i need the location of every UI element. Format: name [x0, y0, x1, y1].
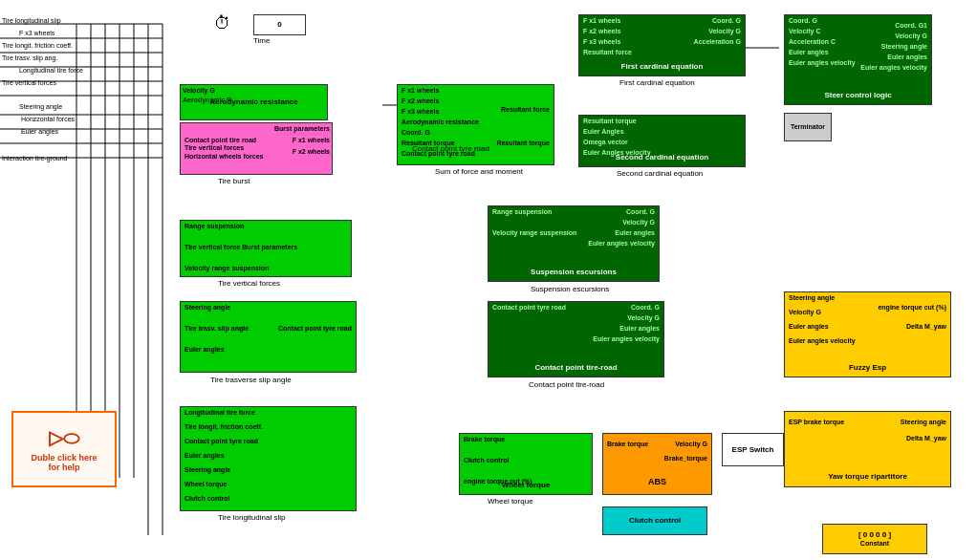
- tire-transverse-label: Tire trasverse slip angle: [210, 376, 292, 384]
- wheel-torque-label: Wheel torque: [488, 497, 533, 506]
- second-cardinal-label: Second cardinal equation: [617, 169, 703, 178]
- tire-burst-label: Tire burst: [218, 177, 250, 185]
- first-cardinal-block[interactable]: F x1 wheels F x2 wheels F x3 wheels Resu…: [578, 14, 746, 76]
- input-label-6: Tire vertical forces: [2, 79, 56, 86]
- steer-control-block[interactable]: Coord. G Velocity C Acceleration C Euler…: [784, 14, 932, 105]
- sum-force-label: Sum of force and moment: [435, 167, 523, 176]
- help-box[interactable]: ▷⬭ Duble click here for help: [11, 411, 117, 487]
- input-label-5: Longitudinal tire force: [19, 67, 83, 74]
- tire-longitudinal-label: Tire longitudinal slip: [218, 513, 285, 522]
- tire-transverse-block[interactable]: Steering angle Tire trasv. slip angle Eu…: [180, 301, 357, 373]
- input-label-1: Tire longitudinal slip: [2, 17, 61, 24]
- terminator-block[interactable]: Terminator: [784, 113, 832, 141]
- tire-vertical-label: Tire vertical forces: [218, 279, 280, 288]
- constant-block[interactable]: [ 0 0 0 0 ] Constant: [822, 524, 927, 554]
- constant-value: [ 0 0 0 0 ]: [858, 530, 891, 540]
- constant-label: Constant: [858, 540, 891, 548]
- clutch-block[interactable]: Clutch control: [602, 506, 707, 535]
- esp-brake-block[interactable]: ESP brake torque Steering angle Delta M_…: [784, 411, 951, 487]
- terminator-label: Terminator: [791, 123, 825, 131]
- input-label-4: Tire trasv. slip ang.: [2, 54, 57, 61]
- help-icon: ▷⬭: [49, 426, 79, 449]
- tire-vertical-block[interactable]: Range suspension Tire vertical force Bur…: [180, 220, 352, 277]
- input-label-3: Tire longit. friction coeff.: [2, 42, 73, 49]
- clock-icon: ⏱: [214, 13, 231, 33]
- esp-switch-label: ESP Switch: [732, 445, 774, 455]
- fuzzy-esp-block[interactable]: Steering angle Velocity G Euler angles E…: [784, 291, 951, 377]
- first-cardinal-label: First cardinal equation: [619, 78, 695, 87]
- time-value: 0: [277, 20, 281, 30]
- tire-longitudinal-block[interactable]: Longitudinal tire force Tire longit. fri…: [180, 406, 357, 511]
- time-display-block: 0: [253, 14, 306, 35]
- contact-point-label: Contact point tire-road: [529, 380, 604, 389]
- esp-switch-block[interactable]: ESP Switch: [722, 433, 784, 466]
- help-line1: Duble click here: [31, 453, 97, 463]
- input-label-10: Interaction tire-ground: [2, 155, 67, 162]
- time-label: Time: [253, 36, 270, 45]
- contact-point-block[interactable]: Contact point tyre road Coord. G Velocit…: [488, 301, 664, 377]
- suspension-block[interactable]: Range suspension Velocity range suspensi…: [488, 205, 660, 282]
- abs-block[interactable]: Brake torque Velocity G Brake_torque ABS: [602, 433, 712, 495]
- contact-point-tyre-road-label: Contact point tyre road: [412, 144, 489, 153]
- wheel-torque-block[interactable]: Brake torque Clutch control engine torqu…: [459, 433, 593, 495]
- suspension-label: Suspension escursions: [531, 285, 609, 293]
- aerodynamic-block[interactable]: Velocity G Aerodynamic R Aerodynamic res…: [180, 84, 328, 120]
- simulink-canvas: 0 ⏱ Time Tire longitudinal slip F x3 whe…: [0, 0, 977, 560]
- input-label-7: Steering angle: [19, 103, 62, 110]
- input-label-2: F x3 wheels: [19, 30, 54, 36]
- sum-force-block[interactable]: F x1 wheels F x2 wheels F x3 wheels Aero…: [397, 84, 554, 165]
- tire-burst-block[interactable]: Contact point tire road Tire vertical fo…: [180, 122, 333, 175]
- input-label-9: Euler angles: [21, 128, 58, 135]
- second-cardinal-block[interactable]: Resultant torque Euler Angles Omega vect…: [578, 115, 746, 167]
- help-line2: for help: [49, 463, 80, 472]
- clutch-label: Clutch control: [629, 516, 681, 526]
- input-label-8: Honzzontal forces: [21, 116, 75, 122]
